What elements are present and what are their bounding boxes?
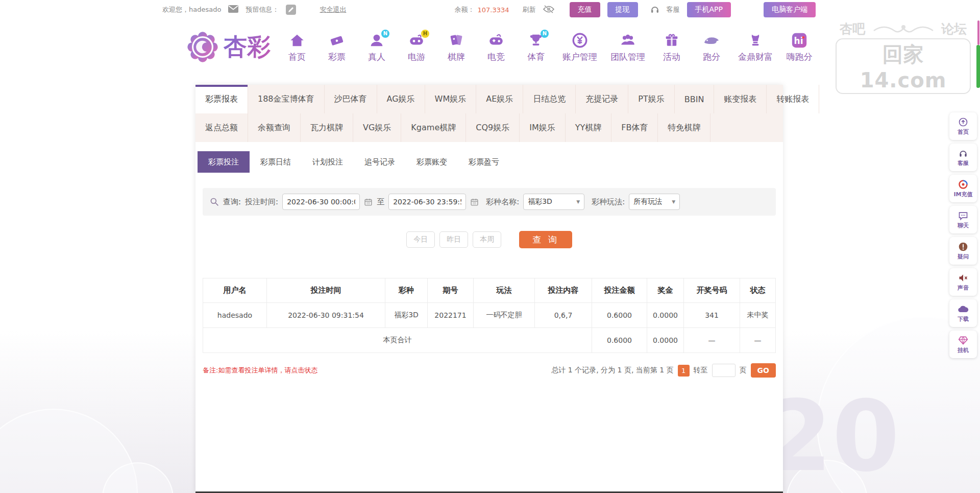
exclamation-icon — [958, 242, 968, 252]
cloud-download-icon — [958, 304, 969, 314]
tab-wm[interactable]: WM娱乐 — [425, 85, 477, 113]
search-button[interactable]: 查 询 — [519, 231, 572, 248]
subtab-lottery-daily[interactable]: 彩票日结 — [250, 151, 302, 173]
lottery-name-select[interactable]: 福彩3D ▼ — [523, 194, 584, 210]
page-1-button[interactable]: 1 — [678, 365, 690, 377]
sidebar-item-service[interactable]: 客服 — [949, 144, 977, 171]
query-label: 查询: — [223, 197, 241, 207]
bet-time-from-input[interactable] — [282, 194, 360, 210]
tab-vg[interactable]: VG娱乐 — [353, 113, 401, 142]
tab-kgame[interactable]: Kgame棋牌 — [401, 113, 466, 142]
scrollbar-thumb[interactable] — [976, 45, 980, 88]
nav-item-jinding[interactable]: 金鼎财富 — [738, 32, 773, 63]
tab-yy-boardgames[interactable]: YY棋牌 — [566, 113, 612, 142]
col-draw-number: 开奖号码 — [684, 278, 740, 303]
go-button[interactable]: GO — [751, 363, 776, 378]
service-label[interactable]: 客服 — [667, 5, 680, 14]
tab-lottery-report[interactable]: 彩票报表 — [195, 85, 248, 113]
table-total-row: 本页合计 0.6000 0.0000 — — — [203, 328, 776, 353]
nav-item-team[interactable]: 团队管理 — [610, 32, 645, 63]
tab-deposit-withdraw-records[interactable]: 充提记录 — [576, 85, 628, 113]
nav-item-account[interactable]: 账户管理 — [562, 32, 597, 63]
recharge-button[interactable]: 充值 — [570, 2, 600, 17]
play-type-select[interactable]: 所有玩法 ▼ — [629, 194, 680, 210]
tab-188-sports[interactable]: 188金宝博体育 — [248, 85, 325, 113]
primary-nav: 首页 彩票 N 真人 H 电游 棋牌 电竞 N 体育 账户管理 — [284, 32, 813, 63]
tab-im[interactable]: IM娱乐 — [520, 113, 566, 142]
nav-item-esports[interactable]: 电竞 — [483, 32, 509, 63]
sidebar-item-download[interactable]: 下载 — [949, 299, 977, 327]
tab-daily-overview[interactable]: 日结总览 — [523, 85, 576, 113]
subtab-chase-records[interactable]: 追号记录 — [354, 151, 406, 173]
gem-icon — [958, 335, 968, 345]
tab-tewan-boardgames[interactable]: 特免棋牌 — [658, 113, 710, 142]
subtab-lottery-profit-loss[interactable]: 彩票盈亏 — [458, 151, 510, 173]
sidebar-item-chat[interactable]: 聊天 — [949, 206, 977, 233]
status-badge[interactable]: 未中奖 — [740, 303, 776, 328]
nav-item-boardgames[interactable]: 棋牌 — [443, 32, 470, 63]
col-play: 玩法 — [474, 278, 535, 303]
report-tabs-row-2: 返点总额 余额查询 瓦力棋牌 VG娱乐 Kgame棋牌 CQ9娱乐 IM娱乐 Y… — [195, 113, 783, 142]
bet-time-to-input[interactable] — [388, 194, 466, 210]
yesterday-button[interactable]: 昨日 — [439, 231, 468, 248]
calendar-icon[interactable] — [470, 198, 479, 206]
nav-item-home[interactable]: 首页 — [284, 32, 310, 63]
cell-prize: 0.0000 — [647, 303, 684, 328]
scrollbar-accent — [977, 20, 979, 45]
query-bar: 查询: 投注时间: 至 彩种名称: 福彩3D ▼ 彩种玩法: 所有玩法 ▼ — [203, 188, 776, 216]
today-button[interactable]: 今日 — [406, 231, 435, 248]
mobile-app-button[interactable]: 手机APP — [687, 2, 731, 17]
pc-client-button[interactable]: 电脑客户端 — [764, 2, 816, 17]
hi-app-icon: hi — [791, 32, 808, 49]
cell-bet-amount: 0.6000 — [592, 303, 647, 328]
nav-item-haipaofen[interactable]: hi 嗨跑分 — [786, 32, 813, 63]
tab-balance-change-report[interactable]: 账变报表 — [714, 85, 767, 113]
tab-fb-sports[interactable]: FB体育 — [611, 113, 658, 142]
tab-transfer-report[interactable]: 转账报表 — [767, 85, 819, 113]
sidebar-item-question[interactable]: 疑问 — [949, 237, 977, 265]
logout-link[interactable]: 安全退出 — [320, 5, 346, 14]
sidebar-item-sound[interactable]: 声音 — [949, 268, 977, 296]
balance-label: 余额： — [455, 5, 475, 14]
tab-ae[interactable]: AE娱乐 — [476, 85, 523, 113]
tab-cq9[interactable]: CQ9娱乐 — [466, 113, 520, 142]
to-label: 至 — [377, 197, 384, 207]
nav-item-sports[interactable]: N 体育 — [523, 32, 549, 63]
sidebar-item-home[interactable]: 首页 — [949, 112, 977, 140]
brand-logo[interactable]: 杏彩 — [187, 31, 271, 63]
tab-wali-boardgames[interactable]: 瓦力棋牌 — [301, 113, 353, 142]
col-status: 状态 — [740, 278, 776, 303]
nav-item-egames[interactable]: H 电游 — [403, 32, 430, 63]
nav-item-paofen[interactable]: 跑分 — [698, 32, 725, 63]
gift-icon — [663, 32, 680, 49]
sidebar-item-autoplay[interactable]: 挂机 — [949, 331, 977, 358]
subtab-lottery-bets[interactable]: 彩票投注 — [198, 151, 250, 173]
subtab-lottery-balance-change[interactable]: 彩票账变 — [406, 151, 458, 173]
sidebar-item-im-recharge[interactable]: IM充值 — [949, 175, 977, 202]
eye-slash-icon[interactable] — [543, 5, 554, 15]
tab-saba-sports[interactable]: 沙巴体育 — [325, 85, 377, 113]
subtab-plan-bets[interactable]: 计划投注 — [302, 151, 354, 173]
note-text: 备注:如需查看投注单详情，请点击状态 — [203, 366, 317, 375]
this-week-button[interactable]: 本周 — [473, 231, 501, 248]
floating-sidebar: 首页 客服 IM充值 聊天 疑问 声音 下载 挂机 — [949, 112, 977, 358]
nav-item-lottery[interactable]: 彩票 — [324, 32, 350, 63]
tab-balance-query[interactable]: 余额查询 — [248, 113, 301, 142]
tab-rebate-total[interactable]: 返点总额 — [195, 113, 248, 142]
tab-pt[interactable]: PT娱乐 — [628, 85, 674, 113]
nav-item-activity[interactable]: 活动 — [658, 32, 685, 63]
nav-item-live[interactable]: N 真人 — [363, 32, 390, 63]
balance-value: 107.3334 — [478, 6, 509, 14]
tab-bbin[interactable]: BBIN — [675, 85, 715, 113]
goto-page-input[interactable] — [712, 364, 736, 377]
gamepad-icon — [487, 32, 505, 49]
message-icon[interactable] — [228, 5, 238, 14]
refresh-link[interactable]: 刷新 — [523, 5, 536, 14]
tab-ag[interactable]: AG娱乐 — [377, 85, 425, 113]
edit-icon[interactable] — [286, 5, 296, 15]
calendar-icon[interactable] — [364, 198, 373, 206]
withdraw-button[interactable]: 提现 — [607, 2, 638, 17]
col-bet-content: 投注内容 — [535, 278, 592, 303]
report-tabs-row-1: 彩票报表 188金宝博体育 沙巴体育 AG娱乐 WM娱乐 AE娱乐 日结总览 充… — [195, 85, 783, 113]
scrollbar[interactable] — [976, 0, 980, 493]
